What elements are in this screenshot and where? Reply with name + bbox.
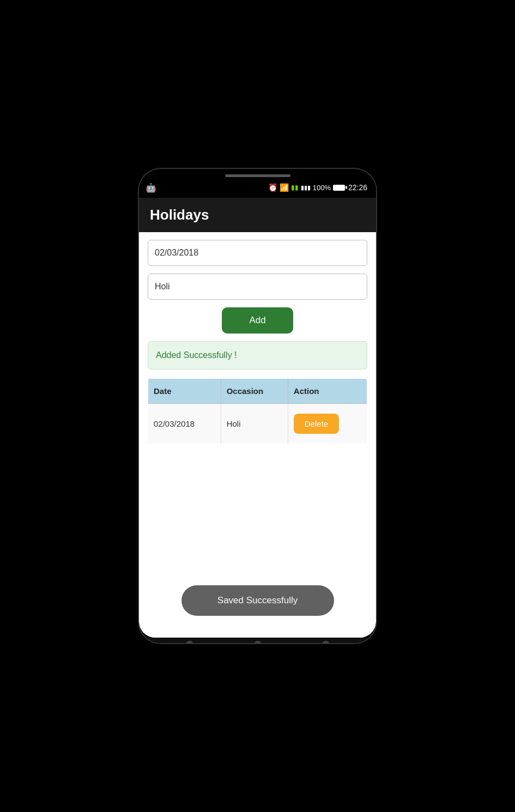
top-bar: Holidays	[139, 198, 376, 232]
status-left: 🤖	[146, 183, 156, 193]
date-input[interactable]	[148, 240, 367, 266]
signal-icon2: ▮▮▮	[301, 184, 311, 191]
battery-percent: 100%	[313, 184, 331, 192]
app-screen: Holidays Add Added Successfully ! Date	[139, 198, 376, 638]
saved-toast-container: Saved Successfully	[181, 585, 334, 616]
col-occasion: Occasion	[221, 379, 288, 404]
success-message: Added Successfully !	[156, 350, 237, 360]
battery-icon	[333, 185, 345, 191]
saved-toast: Saved Successfully	[181, 585, 334, 616]
delete-button[interactable]: Delete	[294, 414, 339, 434]
occasion-input[interactable]	[148, 274, 367, 300]
add-button[interactable]: Add	[222, 307, 293, 334]
bottom-nav-bar	[139, 638, 376, 643]
status-right: ⏰ 📶 ▮▮ ▮▮▮ 100% 22:26	[268, 183, 367, 192]
wifi-icon: 📶	[280, 183, 289, 192]
status-bar: 🤖 ⏰ 📶 ▮▮ ▮▮▮ 100% 22:26	[139, 177, 376, 198]
holidays-table: Date Occasion Action 02/03/2018HoliDelet…	[148, 378, 367, 444]
clock: 22:26	[348, 183, 367, 192]
col-date: Date	[148, 379, 221, 404]
table-row: 02/03/2018HoliDelete	[148, 404, 367, 444]
success-banner: Added Successfully !	[148, 341, 367, 369]
nav-dot-center	[254, 641, 262, 644]
phone-frame: 🤖 ⏰ 📶 ▮▮ ▮▮▮ 100% 22:26 Holidays Add	[139, 169, 376, 643]
col-action: Action	[288, 379, 367, 404]
main-content: Add Added Successfully ! Date Occasion A…	[139, 232, 376, 638]
cell-occasion: Holi	[221, 404, 288, 444]
table-header: Date Occasion Action	[148, 379, 367, 404]
alarm-icon: ⏰	[268, 183, 277, 192]
nav-dot-right	[322, 641, 330, 644]
android-icon: 🤖	[146, 183, 156, 193]
cell-date: 02/03/2018	[148, 404, 221, 444]
nav-dot-left	[186, 641, 193, 644]
cell-action: Delete	[288, 404, 367, 444]
table-body: 02/03/2018HoliDelete	[148, 404, 367, 444]
signal-icon: ▮▮	[291, 184, 299, 191]
page-title: Holidays	[150, 207, 365, 223]
add-button-container: Add	[148, 307, 367, 334]
